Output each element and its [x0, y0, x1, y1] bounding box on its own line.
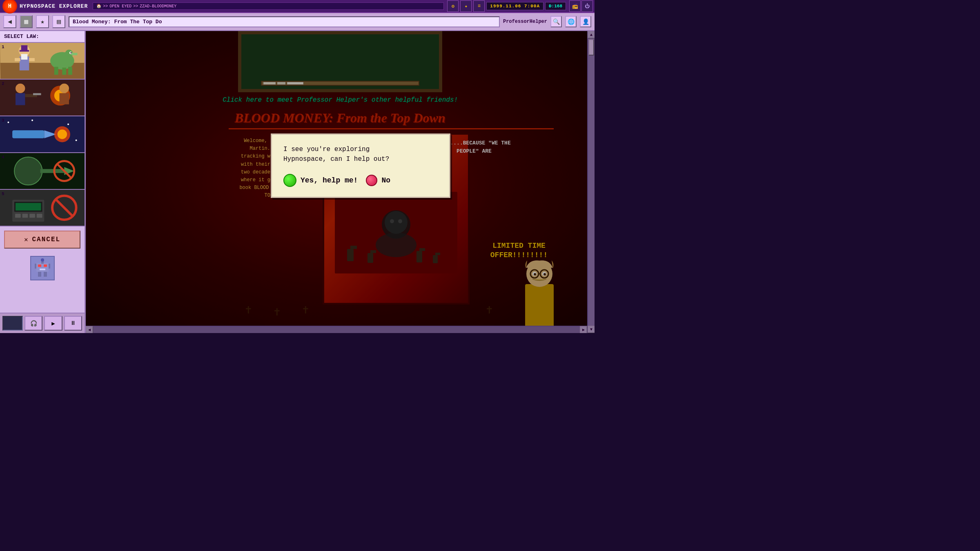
law-item-4[interactable]: 4	[0, 153, 85, 190]
screen-button[interactable]	[2, 316, 23, 331]
svg-rect-55	[44, 264, 47, 267]
back-button[interactable]: ◀	[3, 15, 16, 28]
yes-circle-icon	[283, 174, 296, 187]
bottom-controls: 🎧 ▶ ⏸	[0, 313, 85, 333]
headphones-button[interactable]: 🎧	[24, 316, 42, 331]
breadcrumb-item-2[interactable]: ZZAD-BLOODMONEY	[140, 4, 176, 9]
power-icon[interactable]: ⏻	[581, 0, 593, 12]
law2-svg	[0, 80, 85, 116]
svg-point-32	[7, 122, 9, 123]
top-bar: H HYPNOSPACE EXPLORER 🏠 >> OPEN EYED >> …	[0, 0, 595, 13]
cancel-label: CANCEL	[32, 236, 61, 243]
settings-icon[interactable]: ⚙	[447, 0, 459, 12]
svg-point-33	[31, 120, 33, 121]
notification-icon[interactable]: 📻	[569, 0, 581, 12]
menu-button[interactable]: ▤	[52, 15, 65, 28]
svg-point-34	[67, 124, 69, 125]
dialog-overlay: I see you're exploringHypnospace, can I …	[86, 31, 595, 333]
law-item-1[interactable]: 1	[0, 43, 85, 80]
svg-point-17	[70, 52, 71, 53]
svg-rect-15	[68, 67, 72, 75]
law3-svg	[0, 116, 85, 152]
page-title: Blood Money: From The Top Do	[69, 16, 500, 27]
law4-svg	[0, 153, 85, 189]
svg-rect-53	[36, 263, 49, 272]
dialog-buttons: Yes, help me! No	[283, 174, 438, 187]
svg-point-31	[58, 129, 67, 139]
svg-rect-5	[29, 58, 35, 61]
svg-rect-22	[33, 93, 41, 95]
top-center-controls: ⚙ ✦ ≡ 1999.11.06 7:00A Ð:168	[447, 0, 566, 12]
nav-bar: ◀ ▦ ★ ▤ Blood Money: From The Top Do Pro…	[0, 13, 595, 31]
user-button[interactable]: 👤	[580, 16, 591, 27]
law-image-4	[0, 153, 85, 189]
svg-rect-7	[21, 45, 28, 51]
svg-rect-8	[20, 50, 29, 52]
menu-icon[interactable]: ≡	[473, 0, 485, 12]
svg-rect-50	[37, 214, 42, 218]
dialog-message: I see you're exploringHypnospace, can I …	[283, 144, 438, 164]
law-image-5	[0, 190, 85, 226]
dialog-box: I see you're exploringHypnospace, can I …	[271, 133, 450, 198]
robot-avatar	[30, 256, 55, 280]
svg-rect-54	[38, 264, 41, 267]
cancel-icon: ✕	[24, 236, 29, 244]
svg-rect-49	[29, 214, 35, 218]
svg-rect-4	[15, 58, 20, 61]
left-sidebar: SELECT LAW: 1	[0, 31, 86, 333]
breadcrumb-separator2: >>	[133, 4, 138, 9]
main-layout: SELECT LAW: 1	[0, 31, 595, 333]
svg-rect-62	[44, 272, 47, 277]
law-image-1	[0, 43, 85, 79]
svg-rect-56	[40, 269, 45, 270]
law-number-1: 1	[2, 44, 4, 49]
breadcrumb: 🏠 >> OPEN EYED >> ZZAD-BLOODMONEY	[93, 2, 444, 10]
no-label: No	[381, 176, 390, 184]
law-number-5: 5	[2, 191, 4, 196]
svg-rect-12	[71, 53, 78, 55]
law-number-2: 2	[2, 81, 4, 86]
credits-display: Ð:168	[545, 2, 566, 10]
globe-button[interactable]: 🌐	[565, 16, 577, 27]
yes-help-button[interactable]: Yes, help me!	[283, 174, 358, 187]
app-logo: H	[2, 0, 17, 13]
law-item-2[interactable]: 2	[0, 80, 85, 116]
cancel-button[interactable]: ✕ CANCEL	[4, 231, 80, 249]
select-law-label: SELECT LAW:	[0, 31, 85, 43]
content-area: Click here to meet Professor Helper's ot…	[86, 31, 595, 333]
law-image-3	[0, 116, 85, 152]
svg-rect-48	[22, 214, 28, 218]
law-image-2	[0, 80, 85, 116]
svg-rect-6	[21, 54, 28, 60]
no-circle-icon	[366, 175, 377, 186]
pause-button[interactable]: ⏸	[64, 316, 82, 331]
svg-rect-26	[60, 93, 69, 104]
law-item-3[interactable]: 3	[0, 116, 85, 153]
search-button[interactable]: 🔍	[550, 16, 562, 27]
app-title: HYPNOSPACE EXPLORER	[20, 3, 88, 9]
svg-point-19	[16, 84, 25, 93]
user-display: ProfessorHelper	[503, 19, 547, 24]
svg-rect-59	[35, 264, 36, 269]
svg-point-25	[60, 84, 69, 93]
svg-rect-46	[16, 203, 41, 211]
pattern-button[interactable]: ▦	[20, 15, 33, 28]
law-number-4: 4	[2, 155, 4, 160]
svg-point-58	[41, 258, 44, 262]
plus-icon[interactable]: ✦	[460, 0, 472, 12]
datetime-display: 1999.11.06 7:00A	[486, 2, 543, 10]
law-number-3: 3	[2, 118, 4, 123]
robot-svg	[32, 258, 53, 278]
no-button[interactable]: No	[366, 175, 390, 186]
law1-svg	[0, 43, 85, 79]
breadcrumb-item-1[interactable]: OPEN EYED	[109, 4, 131, 9]
law-item-5[interactable]: 5	[0, 190, 85, 227]
svg-rect-47	[15, 214, 21, 218]
svg-rect-28	[12, 130, 44, 138]
svg-rect-18	[0, 80, 84, 116]
svg-rect-13	[54, 67, 58, 75]
play-button[interactable]: ▶	[44, 316, 62, 331]
star-button[interactable]: ★	[36, 15, 49, 28]
yes-label: Yes, help me!	[301, 176, 358, 184]
svg-rect-60	[49, 264, 50, 269]
